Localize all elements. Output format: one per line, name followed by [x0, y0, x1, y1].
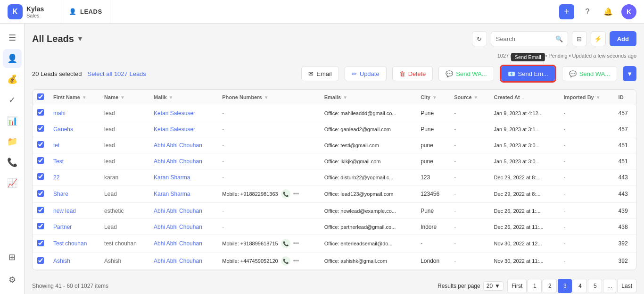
- select-all-checkbox[interactable]: [37, 93, 44, 100]
- send-wa-button-2[interactable]: 💬 Send WA...: [562, 66, 617, 81]
- malik-link[interactable]: Abhi Abhi Chouhan: [154, 224, 202, 230]
- page-title[interactable]: All Leads ▼: [32, 34, 83, 44]
- row-checkbox[interactable]: [37, 240, 44, 246]
- delete-button[interactable]: 🗑 Delete: [392, 66, 433, 81]
- top-navbar: K Kylas Sales 👤 LEADS + ? 🔔 K: [0, 0, 644, 24]
- brand-sub: Sales: [26, 13, 44, 18]
- row-checkbox[interactable]: [37, 109, 44, 116]
- sidebar-item-contacts[interactable]: 👤: [3, 49, 22, 68]
- row-checkbox[interactable]: [37, 173, 44, 180]
- row-checkbox[interactable]: [37, 157, 44, 164]
- malik-link[interactable]: Abhi Abhi Chouhan: [154, 208, 202, 214]
- first-name-link[interactable]: Ashish: [53, 258, 70, 264]
- sidebar-item-calls[interactable]: 📞: [3, 153, 22, 172]
- sort-malik-icon[interactable]: ▼: [169, 95, 173, 100]
- created-at-text: Dec 29, 2022 at 8:...: [494, 191, 540, 197]
- phone-call-icon[interactable]: 📞: [281, 256, 290, 266]
- phone-call-icon[interactable]: 📞: [281, 189, 290, 199]
- sort-created-icon[interactable]: ↓: [522, 95, 524, 100]
- page-btn-5[interactable]: 5: [588, 279, 602, 293]
- malik-link[interactable]: Karan Sharma: [154, 191, 190, 197]
- phone-more-icon[interactable]: •••: [293, 240, 299, 247]
- row-checkbox[interactable]: [37, 257, 44, 264]
- sort-first-name-icon[interactable]: ▼: [82, 95, 87, 100]
- first-name-link[interactable]: mahi: [53, 110, 66, 117]
- nav-help-btn[interactable]: ?: [580, 4, 595, 19]
- table-row: Ganehs lead Ketan Salesuser - Office: ga…: [33, 121, 636, 137]
- first-name-link[interactable]: Test chouhan: [53, 240, 87, 247]
- first-name-link[interactable]: Ganehs: [53, 126, 73, 133]
- cell-phone: -: [217, 121, 319, 137]
- more-actions-button[interactable]: ▼: [623, 66, 636, 81]
- update-button[interactable]: ✏ Update: [345, 66, 387, 81]
- phone-dash: -: [222, 158, 224, 165]
- row-checkbox[interactable]: [37, 207, 44, 213]
- row-checkbox[interactable]: [37, 141, 44, 148]
- malik-link[interactable]: Karan Sharma: [154, 174, 190, 181]
- add-lead-button[interactable]: Add: [610, 31, 636, 46]
- malik-link[interactable]: Abhi Abhi Chouhan: [154, 258, 202, 264]
- cell-first-name: Partner: [49, 219, 99, 235]
- sidebar-item-reports[interactable]: 📊: [3, 111, 22, 130]
- chevron-down-rpp-icon: ▼: [495, 283, 500, 289]
- cell-id: 451: [614, 153, 636, 169]
- sort-source-icon[interactable]: ▼: [474, 95, 479, 100]
- first-name-link[interactable]: Share: [53, 191, 68, 197]
- nav-add-btn[interactable]: +: [559, 4, 574, 19]
- page-btn-2[interactable]: 2: [543, 279, 557, 293]
- malik-link[interactable]: Abhi Abhi Chouhan: [154, 158, 202, 165]
- cell-city: Pune: [416, 203, 449, 219]
- columns-button[interactable]: ⊟: [572, 31, 587, 46]
- first-name-link[interactable]: tet: [53, 142, 59, 149]
- phone-call-icon[interactable]: 📞: [281, 239, 290, 248]
- refresh-button[interactable]: ↻: [472, 31, 487, 46]
- table-row: Test chouhan test chouhan Abhi Abhi Chou…: [33, 235, 636, 252]
- page-btn-...[interactable]: ...: [603, 279, 616, 293]
- page-btn-1[interactable]: 1: [528, 279, 542, 293]
- phone-text: Mobile: +918822981363: [222, 191, 278, 197]
- malik-link[interactable]: Ketan Salesuser: [154, 126, 195, 133]
- sidebar-item-files[interactable]: 📁: [3, 132, 22, 151]
- phone-more-icon[interactable]: •••: [293, 258, 299, 264]
- cell-id: 443: [614, 185, 636, 203]
- row-checkbox[interactable]: [37, 223, 44, 229]
- email-button[interactable]: ✉ Email: [301, 66, 339, 81]
- nav-notifications-btn[interactable]: 🔔: [601, 4, 616, 19]
- malik-link[interactable]: Abhi Abhi Chouhan: [154, 240, 202, 247]
- row-checkbox[interactable]: [37, 125, 44, 132]
- search-input[interactable]: [496, 35, 553, 42]
- sort-emails-icon[interactable]: ▼: [343, 95, 347, 100]
- malik-link[interactable]: Abhi Abhi Chouhan: [154, 142, 202, 149]
- cell-created-at: Dec 29, 2022 at 8:...: [489, 185, 559, 203]
- sidebar-item-grid[interactable]: ⊞: [3, 248, 22, 267]
- page-btn-4[interactable]: 4: [573, 279, 587, 293]
- nav-avatar[interactable]: K: [621, 4, 636, 19]
- malik-link[interactable]: Ketan Salesuser: [154, 110, 195, 117]
- sidebar-item-analytics[interactable]: 📈: [3, 174, 22, 193]
- page-btn-last[interactable]: Last: [617, 279, 636, 293]
- sort-imported-icon[interactable]: ▼: [596, 95, 601, 100]
- first-name-link[interactable]: 22: [53, 174, 59, 181]
- send-email-button[interactable]: 📧 Send Em...: [501, 66, 555, 81]
- page-btn-first[interactable]: First: [507, 279, 527, 293]
- first-name-link[interactable]: new lead: [53, 208, 76, 214]
- sidebar-item-menu[interactable]: ☰: [3, 28, 22, 47]
- sidebar-item-deals[interactable]: 💰: [3, 70, 22, 89]
- first-name-link[interactable]: Partner: [53, 224, 72, 230]
- rpp-select[interactable]: 20 ▼: [483, 281, 504, 291]
- row-checkbox[interactable]: [37, 190, 44, 197]
- filter-button[interactable]: ⚡: [591, 31, 606, 46]
- sidebar-item-tasks[interactable]: ✓: [3, 91, 22, 109]
- page-btn-3[interactable]: 3: [558, 279, 572, 293]
- sort-phone-icon[interactable]: ▼: [264, 95, 269, 100]
- cell-malik: Ketan Salesuser: [149, 121, 217, 137]
- created-at-text: Jan 9, 2023 at 4:12...: [494, 110, 542, 116]
- sort-name-icon[interactable]: ▼: [120, 95, 125, 100]
- select-all-link[interactable]: Select all 1027 Leads: [88, 70, 146, 77]
- sidebar-item-settings[interactable]: ⚙: [3, 270, 22, 289]
- phone-more-icon[interactable]: •••: [293, 191, 299, 197]
- city-text: Pune: [421, 126, 434, 133]
- sort-city-icon[interactable]: ▼: [432, 95, 437, 100]
- send-wa-button-1[interactable]: 💬 Send WA...: [438, 66, 494, 81]
- first-name-link[interactable]: Test: [53, 158, 64, 165]
